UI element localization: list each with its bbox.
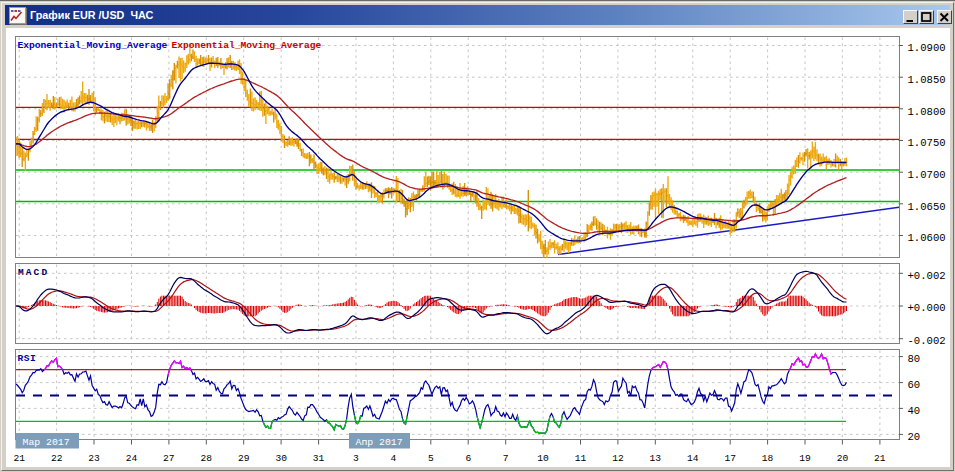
svg-text:Мар 2017: Мар 2017 xyxy=(23,437,70,448)
svg-text:RSI: RSI xyxy=(18,353,37,364)
svg-text:MACD: MACD xyxy=(18,267,49,278)
svg-text:12: 12 xyxy=(612,453,624,464)
svg-text:1.0650: 1.0650 xyxy=(908,201,946,213)
svg-text:1.0700: 1.0700 xyxy=(908,169,946,181)
svg-text:21: 21 xyxy=(13,453,25,464)
svg-text:+0.000: +0.000 xyxy=(908,302,946,314)
svg-text:3: 3 xyxy=(353,453,359,464)
svg-text:30: 30 xyxy=(275,453,287,464)
svg-text:14: 14 xyxy=(687,453,699,464)
svg-text:28: 28 xyxy=(201,453,213,464)
svg-text:1.0850: 1.0850 xyxy=(908,74,946,86)
svg-text:11: 11 xyxy=(575,453,587,464)
svg-text:1.0800: 1.0800 xyxy=(908,106,946,118)
svg-text:27: 27 xyxy=(163,453,175,464)
svg-text:23: 23 xyxy=(88,453,100,464)
svg-text:-0.002: -0.002 xyxy=(908,335,946,347)
svg-text:Exponential_Moving_Average: Exponential_Moving_Average xyxy=(18,40,168,51)
svg-text:40: 40 xyxy=(908,405,921,417)
svg-text:4: 4 xyxy=(391,453,397,464)
svg-text:1.0600: 1.0600 xyxy=(908,232,946,244)
svg-text:24: 24 xyxy=(126,453,138,464)
svg-text:17: 17 xyxy=(724,453,736,464)
svg-text:Апр 2017: Апр 2017 xyxy=(356,437,403,448)
svg-text:60: 60 xyxy=(908,379,921,391)
svg-text:1.0900: 1.0900 xyxy=(908,42,946,54)
svg-text:13: 13 xyxy=(650,453,662,464)
svg-text:Exponential_Moving_Average: Exponential_Moving_Average xyxy=(172,40,322,51)
svg-text:6: 6 xyxy=(465,453,471,464)
svg-text:10: 10 xyxy=(537,453,549,464)
svg-text:29: 29 xyxy=(238,453,250,464)
svg-text:21: 21 xyxy=(874,453,886,464)
svg-text:1.0750: 1.0750 xyxy=(908,137,946,149)
svg-text:5: 5 xyxy=(428,453,434,464)
svg-text:20: 20 xyxy=(837,453,849,464)
svg-text:19: 19 xyxy=(799,453,811,464)
svg-text:80: 80 xyxy=(908,353,921,365)
svg-text:22: 22 xyxy=(51,453,63,464)
svg-text:20: 20 xyxy=(908,431,921,443)
svg-text:18: 18 xyxy=(762,453,774,464)
svg-text:31: 31 xyxy=(313,453,325,464)
svg-text:+0.002: +0.002 xyxy=(908,270,946,282)
svg-text:7: 7 xyxy=(503,453,509,464)
